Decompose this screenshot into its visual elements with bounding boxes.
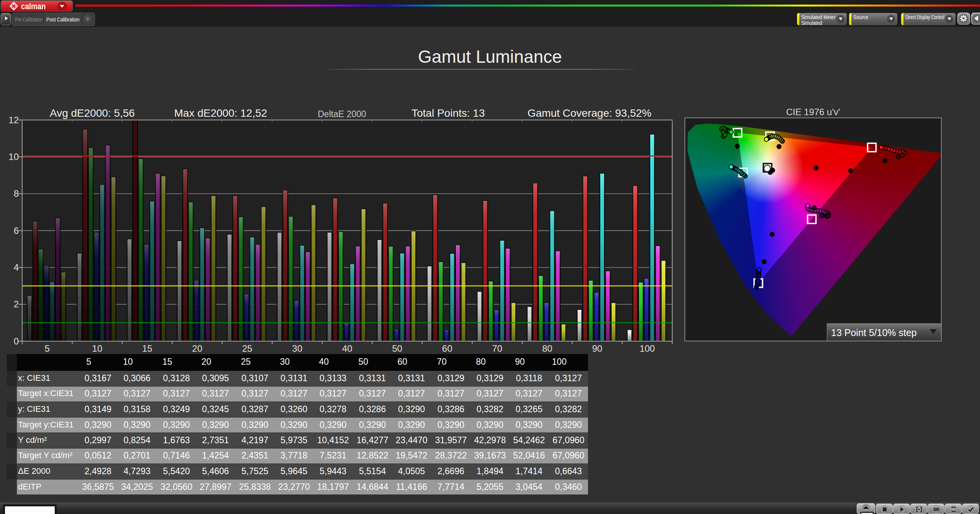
svg-text:12: 12: [8, 115, 19, 125]
svg-text:70: 70: [492, 343, 502, 354]
svg-text:10: 10: [8, 152, 19, 162]
svg-text:25: 25: [242, 343, 252, 354]
svg-text:10: 10: [92, 343, 103, 354]
svg-text:5: 5: [45, 343, 50, 354]
svg-text:0: 0: [14, 336, 19, 346]
svg-text:90: 90: [592, 343, 603, 354]
svg-text:60: 60: [442, 343, 452, 354]
svg-text:6: 6: [14, 225, 19, 236]
svg-text:30: 30: [292, 343, 302, 354]
svg-text:15: 15: [142, 343, 152, 354]
svg-text:8: 8: [14, 188, 19, 199]
svg-text:4: 4: [14, 262, 19, 273]
svg-text:20: 20: [192, 343, 203, 354]
svg-text:100: 100: [640, 343, 655, 354]
svg-text:50: 50: [392, 343, 402, 354]
svg-text:80: 80: [542, 343, 552, 354]
svg-text:2: 2: [14, 299, 19, 309]
svg-text:40: 40: [342, 343, 353, 354]
